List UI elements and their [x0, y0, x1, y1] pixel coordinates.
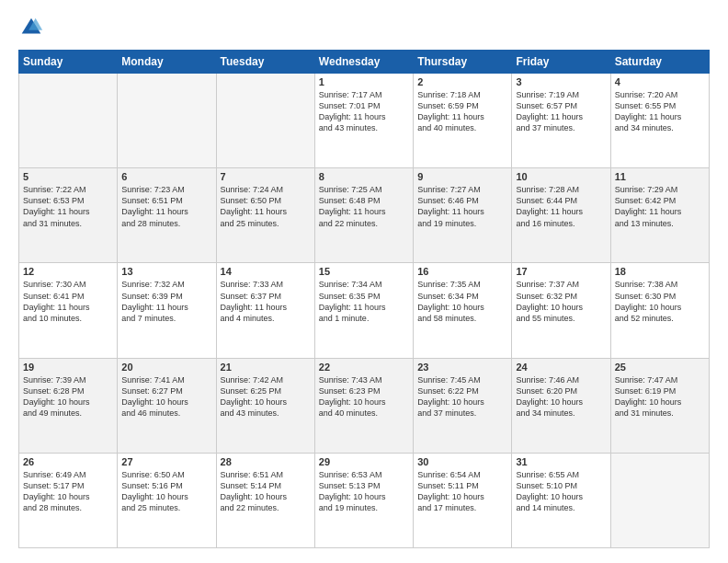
calendar-week-row: 12Sunrise: 7:30 AM Sunset: 6:41 PM Dayli…: [19, 263, 710, 358]
day-info: Sunrise: 7:37 AM Sunset: 6:32 PM Dayligh…: [516, 279, 606, 324]
day-info: Sunrise: 7:18 AM Sunset: 6:59 PM Dayligh…: [417, 89, 507, 134]
calendar-cell: 12Sunrise: 7:30 AM Sunset: 6:41 PM Dayli…: [19, 263, 118, 358]
day-info: Sunrise: 7:41 AM Sunset: 6:27 PM Dayligh…: [121, 374, 211, 419]
day-info: Sunrise: 6:54 AM Sunset: 5:11 PM Dayligh…: [417, 469, 507, 514]
day-info: Sunrise: 7:43 AM Sunset: 6:23 PM Dayligh…: [319, 374, 409, 419]
day-number: 28: [221, 456, 311, 467]
calendar-cell: 23Sunrise: 7:45 AM Sunset: 6:22 PM Dayli…: [414, 358, 512, 453]
day-info: Sunrise: 6:50 AM Sunset: 5:16 PM Dayligh…: [121, 469, 211, 514]
logo-icon: [18, 15, 44, 40]
day-number: 25: [615, 362, 705, 373]
day-info: Sunrise: 7:25 AM Sunset: 6:48 PM Dayligh…: [319, 184, 409, 229]
calendar-cell: 11Sunrise: 7:29 AM Sunset: 6:42 PM Dayli…: [610, 168, 709, 263]
day-number: 9: [417, 171, 507, 182]
day-number: 15: [319, 266, 409, 277]
day-number: 5: [23, 171, 113, 182]
day-info: Sunrise: 7:46 AM Sunset: 6:20 PM Dayligh…: [516, 374, 606, 419]
day-number: 30: [417, 456, 507, 467]
calendar-cell: 1Sunrise: 7:17 AM Sunset: 7:01 PM Daylig…: [314, 74, 413, 168]
calendar-cell: 13Sunrise: 7:32 AM Sunset: 6:39 PM Dayli…: [118, 263, 216, 358]
day-info: Sunrise: 7:24 AM Sunset: 6:50 PM Dayligh…: [221, 184, 311, 229]
day-number: 7: [221, 171, 311, 182]
day-number: 6: [121, 171, 211, 182]
calendar-week-row: 19Sunrise: 7:39 AM Sunset: 6:28 PM Dayli…: [19, 358, 710, 453]
day-info: Sunrise: 7:32 AM Sunset: 6:39 PM Dayligh…: [121, 279, 211, 324]
calendar-cell: 20Sunrise: 7:41 AM Sunset: 6:27 PM Dayli…: [118, 358, 216, 453]
day-info: Sunrise: 7:35 AM Sunset: 6:34 PM Dayligh…: [417, 279, 507, 324]
calendar-cell: 28Sunrise: 6:51 AM Sunset: 5:14 PM Dayli…: [216, 453, 314, 547]
calendar-cell: 26Sunrise: 6:49 AM Sunset: 5:17 PM Dayli…: [19, 453, 118, 547]
day-number: 27: [121, 456, 211, 467]
day-info: Sunrise: 7:23 AM Sunset: 6:51 PM Dayligh…: [121, 184, 211, 229]
calendar-cell: 29Sunrise: 6:53 AM Sunset: 5:13 PM Dayli…: [314, 453, 413, 547]
day-header: Sunday: [19, 51, 118, 74]
calendar-cell: 6Sunrise: 7:23 AM Sunset: 6:51 PM Daylig…: [118, 168, 216, 263]
calendar: SundayMondayTuesdayWednesdayThursdayFrid…: [18, 50, 710, 548]
day-number: 2: [417, 76, 507, 87]
day-number: 20: [121, 362, 211, 373]
day-info: Sunrise: 6:51 AM Sunset: 5:14 PM Dayligh…: [221, 469, 311, 514]
day-header: Monday: [118, 51, 216, 74]
day-number: 13: [121, 266, 211, 277]
day-number: 1: [319, 76, 409, 87]
day-info: Sunrise: 7:30 AM Sunset: 6:41 PM Dayligh…: [23, 279, 113, 324]
calendar-cell: [19, 74, 118, 168]
logo: [18, 15, 48, 40]
day-number: 22: [319, 362, 409, 373]
calendar-cell: 14Sunrise: 7:33 AM Sunset: 6:37 PM Dayli…: [216, 263, 314, 358]
calendar-week-row: 26Sunrise: 6:49 AM Sunset: 5:17 PM Dayli…: [19, 453, 710, 547]
day-number: 3: [516, 76, 606, 87]
calendar-cell: 7Sunrise: 7:24 AM Sunset: 6:50 PM Daylig…: [216, 168, 314, 263]
day-number: 26: [23, 456, 113, 467]
day-info: Sunrise: 6:53 AM Sunset: 5:13 PM Dayligh…: [319, 469, 409, 514]
day-number: 16: [417, 266, 507, 277]
day-info: Sunrise: 7:45 AM Sunset: 6:22 PM Dayligh…: [417, 374, 507, 419]
day-number: 17: [516, 266, 606, 277]
header: [18, 15, 710, 40]
day-number: 29: [319, 456, 409, 467]
day-number: 18: [615, 266, 705, 277]
day-number: 23: [417, 362, 507, 373]
day-info: Sunrise: 7:33 AM Sunset: 6:37 PM Dayligh…: [221, 279, 311, 324]
day-info: Sunrise: 7:29 AM Sunset: 6:42 PM Dayligh…: [615, 184, 705, 229]
day-info: Sunrise: 7:28 AM Sunset: 6:44 PM Dayligh…: [516, 184, 606, 229]
calendar-cell: 9Sunrise: 7:27 AM Sunset: 6:46 PM Daylig…: [414, 168, 512, 263]
day-info: Sunrise: 7:20 AM Sunset: 6:55 PM Dayligh…: [615, 89, 705, 134]
day-info: Sunrise: 7:27 AM Sunset: 6:46 PM Dayligh…: [417, 184, 507, 229]
day-info: Sunrise: 6:49 AM Sunset: 5:17 PM Dayligh…: [23, 469, 113, 514]
calendar-cell: [118, 74, 216, 168]
calendar-cell: 17Sunrise: 7:37 AM Sunset: 6:32 PM Dayli…: [512, 263, 610, 358]
calendar-body: 1Sunrise: 7:17 AM Sunset: 7:01 PM Daylig…: [19, 74, 710, 548]
day-number: 11: [615, 171, 705, 182]
day-info: Sunrise: 6:55 AM Sunset: 5:10 PM Dayligh…: [516, 469, 606, 514]
day-number: 12: [23, 266, 113, 277]
calendar-cell: 19Sunrise: 7:39 AM Sunset: 6:28 PM Dayli…: [19, 358, 118, 453]
calendar-cell: 18Sunrise: 7:38 AM Sunset: 6:30 PM Dayli…: [610, 263, 709, 358]
calendar-cell: 21Sunrise: 7:42 AM Sunset: 6:25 PM Dayli…: [216, 358, 314, 453]
day-header: Friday: [512, 51, 610, 74]
day-number: 31: [516, 456, 606, 467]
day-number: 14: [221, 266, 311, 277]
calendar-week-row: 5Sunrise: 7:22 AM Sunset: 6:53 PM Daylig…: [19, 168, 710, 263]
page: SundayMondayTuesdayWednesdayThursdayFrid…: [0, 0, 728, 563]
day-info: Sunrise: 7:19 AM Sunset: 6:57 PM Dayligh…: [516, 89, 606, 134]
day-number: 4: [615, 76, 705, 87]
calendar-header-row: SundayMondayTuesdayWednesdayThursdayFrid…: [19, 51, 710, 74]
day-header: Wednesday: [314, 51, 413, 74]
calendar-cell: 31Sunrise: 6:55 AM Sunset: 5:10 PM Dayli…: [512, 453, 610, 547]
day-number: 19: [23, 362, 113, 373]
day-info: Sunrise: 7:34 AM Sunset: 6:35 PM Dayligh…: [319, 279, 409, 324]
calendar-cell: 25Sunrise: 7:47 AM Sunset: 6:19 PM Dayli…: [610, 358, 709, 453]
day-number: 10: [516, 171, 606, 182]
calendar-cell: 30Sunrise: 6:54 AM Sunset: 5:11 PM Dayli…: [414, 453, 512, 547]
calendar-week-row: 1Sunrise: 7:17 AM Sunset: 7:01 PM Daylig…: [19, 74, 710, 168]
calendar-cell: 3Sunrise: 7:19 AM Sunset: 6:57 PM Daylig…: [512, 74, 610, 168]
calendar-cell: 10Sunrise: 7:28 AM Sunset: 6:44 PM Dayli…: [512, 168, 610, 263]
calendar-cell: 16Sunrise: 7:35 AM Sunset: 6:34 PM Dayli…: [414, 263, 512, 358]
day-info: Sunrise: 7:22 AM Sunset: 6:53 PM Dayligh…: [23, 184, 113, 229]
day-header: Thursday: [414, 51, 512, 74]
day-number: 24: [516, 362, 606, 373]
calendar-cell: [610, 453, 709, 547]
calendar-cell: 4Sunrise: 7:20 AM Sunset: 6:55 PM Daylig…: [610, 74, 709, 168]
calendar-cell: 15Sunrise: 7:34 AM Sunset: 6:35 PM Dayli…: [314, 263, 413, 358]
